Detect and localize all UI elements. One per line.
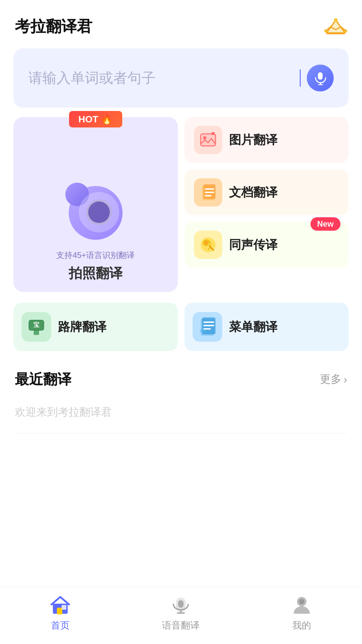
camera-translate-card[interactable]: HOT 🔥 支持45+语言识别翻译 拍照翻译	[13, 117, 178, 292]
home-icon	[49, 594, 72, 616]
image-translate-card[interactable]: 图片翻译	[185, 117, 349, 163]
right-feature-cards: 图片翻译 文档翻译 New	[185, 117, 349, 268]
mic-button[interactable]	[307, 65, 334, 91]
svg-rect-28	[57, 608, 62, 614]
menu-translate-label: 菜单翻译	[229, 319, 277, 335]
camera-icon-wrap	[59, 183, 133, 243]
document-translate-label: 文档翻译	[229, 184, 277, 201]
camera-lens-inner	[86, 199, 112, 225]
road-translate-label: 路牌翻译	[58, 319, 106, 335]
text-cursor	[300, 69, 301, 87]
chevron-right-icon: ›	[343, 373, 347, 386]
nav-home-label: 首页	[51, 619, 70, 632]
image-translate-label: 图片翻译	[229, 132, 277, 148]
search-placeholder: 请输入单词或者句子	[28, 69, 294, 87]
road-icon-wrap: 宝	[22, 312, 51, 342]
menu-translate-card[interactable]: 菜单翻译	[185, 303, 349, 351]
menu-icon-wrap	[193, 312, 222, 342]
mine-svg	[291, 594, 312, 616]
mic-icon	[313, 71, 327, 85]
simultaneous-translate-label: 同声传译	[229, 237, 277, 253]
svg-rect-29	[62, 605, 66, 610]
hot-badge: HOT 🔥	[69, 111, 122, 127]
menu-icon	[197, 317, 218, 337]
recent-section: 最近翻译 更多 › 欢迎来到考拉翻译君	[0, 363, 362, 440]
search-section[interactable]: 请输入单词或者句子	[13, 48, 349, 108]
recent-title: 最近翻译	[15, 370, 71, 389]
nav-voice[interactable]: 语音翻译	[154, 594, 208, 632]
svg-text:宝: 宝	[33, 321, 40, 328]
camera-title: 拍照翻译	[69, 264, 123, 282]
simultaneous-translate-card[interactable]: New 同声传译	[185, 222, 349, 268]
crown-icon[interactable]	[324, 17, 347, 36]
mine-icon	[290, 594, 313, 616]
camera-subtitle: 支持45+语言识别翻译	[56, 250, 135, 261]
camera-lens	[79, 192, 119, 232]
svg-point-17	[204, 241, 208, 244]
app-title: 考拉翻译君	[15, 16, 92, 37]
svg-point-35	[299, 599, 304, 604]
simultaneous-icon	[199, 235, 218, 254]
bottom-features: 宝 路牌翻译 菜单翻译	[13, 303, 349, 351]
nav-voice-label: 语音翻译	[162, 619, 200, 632]
nav-mine[interactable]: 我的	[275, 594, 329, 632]
svg-point-9	[203, 136, 206, 140]
road-sign-icon: 宝	[26, 317, 46, 337]
svg-rect-33	[178, 600, 184, 608]
svg-rect-4	[318, 72, 323, 80]
image-icon-wrap	[194, 126, 222, 154]
app-header: 考拉翻译君	[0, 0, 362, 45]
svg-rect-7	[201, 134, 216, 146]
voice-svg	[170, 594, 192, 616]
image-icon	[199, 131, 217, 149]
new-badge: New	[310, 217, 340, 231]
voice-icon	[169, 594, 192, 616]
more-button[interactable]: 更多 ›	[320, 372, 347, 387]
feature-grid: HOT 🔥 支持45+语言识别翻译 拍照翻译 图片翻	[13, 117, 349, 292]
simul-icon-wrap	[194, 231, 222, 259]
nav-mine-label: 我的	[292, 619, 311, 632]
doc-icon-wrap	[194, 178, 222, 206]
home-svg	[50, 594, 71, 616]
recent-header: 最近翻译 更多 ›	[15, 370, 347, 389]
svg-point-1	[334, 18, 338, 22]
document-translate-card[interactable]: 文档翻译	[185, 169, 349, 215]
bottom-nav: 首页 语音翻译 我的	[0, 586, 362, 644]
document-icon	[199, 184, 217, 201]
nav-home[interactable]: 首页	[33, 594, 87, 632]
welcome-text: 欢迎来到考拉翻译君	[15, 398, 347, 433]
road-translate-card[interactable]: 宝 路牌翻译	[13, 303, 178, 351]
